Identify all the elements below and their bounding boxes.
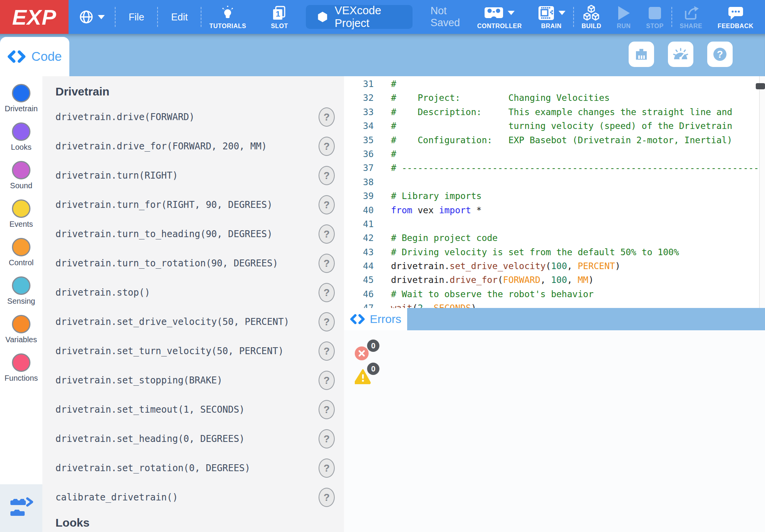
command-row[interactable]: drivetrain.turn_to_heading(90, DEGREES)? [55, 219, 344, 249]
code-line[interactable]: 47wait(2, SECONDS) [344, 301, 765, 308]
build-button[interactable]: BUILD [574, 0, 609, 34]
code-line[interactable]: 37# ------------------------------------… [344, 161, 765, 175]
command-text[interactable]: drivetrain.set_timeout(1, SECONDS) [55, 404, 245, 415]
command-text[interactable]: drivetrain.stop() [55, 287, 150, 298]
help-glyph: ? [717, 49, 723, 60]
command-text[interactable]: drivetrain.set_drive_velocity(50, PERCEN… [55, 316, 289, 327]
command-row[interactable]: drivetrain.set_rotation(0, DEGREES)? [55, 453, 344, 483]
sidebar-item-drivetrain[interactable]: Drivetrain [0, 84, 42, 122]
chevron-down-icon [508, 11, 515, 15]
stop-button[interactable]: STOP [638, 0, 671, 34]
dashboard-button[interactable] [668, 42, 693, 67]
editor-scrollbar-handle[interactable] [756, 83, 765, 89]
command-row[interactable]: drivetrain.set_timeout(1, SECONDS)? [55, 395, 344, 424]
command-row[interactable]: drivetrain.stop()? [55, 278, 344, 307]
editor-scrollbar[interactable] [759, 76, 765, 308]
code-line-text: # Wait to observe the robot's behavior [374, 287, 594, 301]
device-manager-button[interactable] [629, 42, 654, 67]
command-help-button[interactable]: ? [319, 254, 335, 273]
command-help-button[interactable]: ? [319, 400, 335, 419]
sidebar-item-sound[interactable]: Sound [0, 161, 42, 199]
command-text[interactable]: drivetrain.set_stopping(BRAKE) [55, 375, 222, 386]
code-line[interactable]: 32# Project: Changing Velocities [344, 91, 765, 105]
code-line[interactable]: 39# Library imports [344, 189, 765, 203]
code-line[interactable]: 44drivetrain.set_drive_velocity(100, PER… [344, 259, 765, 273]
command-help-button[interactable]: ? [319, 458, 335, 478]
command-text[interactable]: drivetrain.turn_to_heading(90, DEGREES) [55, 229, 273, 239]
tutorials-button[interactable]: TUTORIALS [201, 0, 254, 34]
command-text[interactable]: calibrate_drivetrain() [55, 492, 178, 503]
share-button[interactable]: SHARE [672, 0, 710, 34]
language-menu[interactable] [69, 0, 115, 34]
share-label: SHARE [680, 23, 703, 30]
code-line[interactable]: 38 [344, 175, 765, 189]
tab-code[interactable]: Code [0, 37, 69, 76]
toggle-blocks-button[interactable] [0, 484, 42, 532]
command-help-button[interactable]: ? [319, 107, 335, 127]
command-help-button[interactable]: ? [319, 224, 335, 244]
command-row[interactable]: drivetrain.set_heading(0, DEGREES)? [55, 424, 344, 453]
code-line[interactable]: 35# Configuration: EXP Basebot (Drivetra… [344, 133, 765, 147]
share-icon [683, 5, 700, 21]
command-row[interactable]: drivetrain.turn(RIGHT)? [55, 161, 344, 190]
command-help-button[interactable]: ? [319, 341, 335, 361]
command-help-button[interactable]: ? [319, 429, 335, 448]
command-row[interactable]: drivetrain.turn_to_rotation(90, DEGREES)… [55, 249, 344, 278]
command-help-button[interactable]: ? [319, 166, 335, 185]
project-name-button[interactable]: VEXcode Project [306, 5, 413, 29]
command-row[interactable]: drivetrain.set_drive_velocity(50, PERCEN… [55, 307, 344, 336]
sidebar-item-looks[interactable]: Looks [0, 122, 42, 161]
code-line[interactable]: 40from vex import * [344, 203, 765, 217]
tab-errors[interactable]: Errors [344, 308, 407, 330]
run-play-icon [617, 5, 631, 21]
command-text[interactable]: drivetrain.drive_for(FORWARD, 200, MM) [55, 141, 267, 152]
help-button[interactable]: ? [707, 42, 733, 67]
sidebar-item-events[interactable]: Events [0, 199, 42, 238]
command-text[interactable]: drivetrain.turn_to_rotation(90, DEGREES) [55, 258, 278, 269]
sidebar-item-label: Looks [11, 143, 31, 152]
command-text[interactable]: drivetrain.turn_for(RIGHT, 90, DEGREES) [55, 199, 273, 210]
command-text[interactable]: drivetrain.set_heading(0, DEGREES) [55, 433, 245, 444]
command-help-button[interactable]: ? [319, 312, 335, 331]
edit-menu[interactable]: Edit [158, 0, 201, 34]
run-button[interactable]: RUN [609, 0, 638, 34]
sidebar-item-functions[interactable]: Functions [0, 353, 42, 392]
command-help-button[interactable]: ? [319, 488, 335, 507]
command-row[interactable]: drivetrain.set_stopping(BRAKE)? [55, 366, 344, 395]
command-help-button[interactable]: ? [319, 137, 335, 156]
code-line[interactable]: 42# Begin project code [344, 231, 765, 245]
sidebar-item-sensing[interactable]: Sensing [0, 276, 42, 315]
command-help-button[interactable]: ? [319, 195, 335, 214]
command-text[interactable]: drivetrain.drive(FORWARD) [55, 112, 195, 122]
code-line[interactable]: 41 [344, 217, 765, 231]
line-number: 36 [344, 147, 374, 161]
code-editor[interactable]: 31#32# Project: Changing Velocities33# D… [344, 76, 765, 532]
code-line[interactable]: 36# [344, 147, 765, 161]
code-lines[interactable]: 31#32# Project: Changing Velocities33# D… [344, 76, 765, 308]
controller-button[interactable]: CONTROLLER [470, 0, 530, 34]
code-line[interactable]: 46# Wait to observe the robot's behavior [344, 287, 765, 301]
command-text[interactable]: drivetrain.turn(RIGHT) [55, 170, 178, 181]
command-text[interactable]: drivetrain.set_turn_velocity(50, PERCENT… [55, 346, 284, 356]
gauge-icon [672, 46, 690, 62]
command-row[interactable]: drivetrain.drive_for(FORWARD, 200, MM)? [55, 132, 344, 161]
command-text[interactable]: drivetrain.set_rotation(0, DEGREES) [55, 463, 250, 473]
feedback-button[interactable]: FEEDBACK [710, 0, 761, 34]
code-tab-label: Code [32, 49, 62, 64]
code-line[interactable]: 31# [344, 77, 765, 91]
code-line[interactable]: 33# Description: This example changes th… [344, 105, 765, 119]
command-help-button[interactable]: ? [319, 283, 335, 302]
slot-button[interactable]: 1 SLOT [263, 0, 296, 34]
command-row[interactable]: drivetrain.drive(FORWARD)? [55, 102, 344, 132]
code-line[interactable]: 45drivetrain.drive_for(FORWARD, 100, MM) [344, 273, 765, 287]
command-row[interactable]: drivetrain.turn_for(RIGHT, 90, DEGREES)? [55, 190, 344, 219]
file-menu[interactable]: File [116, 0, 157, 34]
code-line[interactable]: 34# turning velocity (speed) of the Driv… [344, 119, 765, 133]
command-help-button[interactable]: ? [319, 371, 335, 390]
command-row[interactable]: calibrate_drivetrain()? [55, 483, 344, 512]
command-row[interactable]: drivetrain.set_turn_velocity(50, PERCENT… [55, 336, 344, 366]
sidebar-item-control[interactable]: Control [0, 238, 42, 276]
brain-button[interactable]: BRAIN [530, 0, 573, 34]
code-line[interactable]: 43# Driving velocity is set from the def… [344, 245, 765, 259]
sidebar-item-variables[interactable]: Variables [0, 315, 42, 353]
